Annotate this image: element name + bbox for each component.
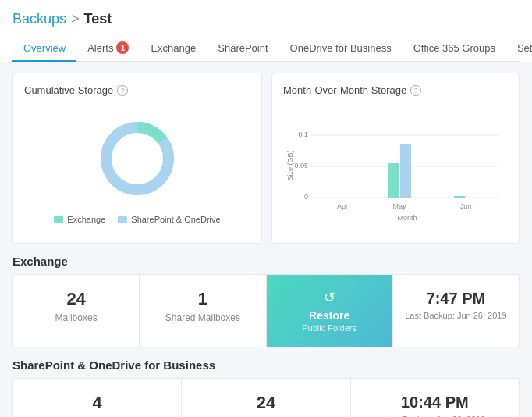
mom-storage-card: Month-Over-Month Storage ? Size (GB) 0 0… <box>271 73 520 244</box>
svg-rect-12 <box>400 144 411 198</box>
tab-exchange[interactable]: Exchange <box>140 36 207 62</box>
page: Backups > Test Overview Alerts 1 Exchang… <box>0 0 532 417</box>
exchange-backup-cell: 7:47 PM Last Backup: Jun 26, 2019 <box>393 275 519 347</box>
svg-text:Apr: Apr <box>337 202 348 210</box>
restore-label: Restore <box>278 309 381 322</box>
breadcrumb-current: Test <box>84 11 112 27</box>
donut-chart <box>90 112 184 205</box>
exchange-section-title: Exchange <box>12 255 520 268</box>
exchange-mailboxes-label: Mailboxes <box>24 312 128 323</box>
breadcrumb-backups[interactable]: Backups <box>12 11 66 27</box>
exchange-backup-time: 7:47 PM <box>404 289 508 308</box>
donut-legend: Exchange SharePoint & OneDrive <box>54 215 220 224</box>
exchange-shared-label: Shared Mailboxes <box>151 312 254 323</box>
header: Backups > Test Overview Alerts 1 Exchang… <box>0 0 532 62</box>
exchange-shared-value: 1 <box>151 289 254 309</box>
exchange-shared-cell: 1 Shared Mailboxes <box>140 275 266 347</box>
tab-sharepoint[interactable]: SharePoint <box>207 36 278 62</box>
exchange-mailboxes-value: 24 <box>24 289 128 309</box>
svg-text:Jun: Jun <box>460 202 472 210</box>
donut-chart-container: Exchange SharePoint & OneDrive <box>24 104 250 232</box>
svg-text:0: 0 <box>304 193 308 201</box>
sharepoint-onedrive-accounts-cell: 24 OneDrive for Business accounts <box>182 379 350 417</box>
tab-settings[interactable]: Settings <box>506 36 532 62</box>
charts-row: Cumulative Storage ? Exchange <box>12 73 520 244</box>
tabs-nav: Overview Alerts 1 Exchange SharePoint On… <box>12 35 520 62</box>
sharepoint-section-title: SharePoint & OneDrive for Business <box>12 358 520 372</box>
legend-sharepoint: SharePoint & OneDrive <box>118 215 220 224</box>
sharepoint-section: SharePoint & OneDrive for Business 4 Col… <box>12 358 520 417</box>
bar-chart-container: Size (GB) 0 0.05 0.1 <box>283 104 508 230</box>
cumulative-storage-title: Cumulative Storage ? <box>24 84 250 96</box>
svg-text:Size (GB): Size (GB) <box>286 150 294 180</box>
tab-onedrive[interactable]: OneDrive for Business <box>279 36 403 62</box>
svg-text:Month: Month <box>397 214 417 222</box>
svg-text:0.1: 0.1 <box>298 130 308 138</box>
tab-office365[interactable]: Office 365 Groups <box>403 36 506 62</box>
cumulative-storage-card: Cumulative Storage ? Exchange <box>12 73 262 244</box>
sharepoint-onedrive-value: 24 <box>193 393 339 413</box>
legend-sharepoint-color <box>118 216 127 223</box>
mom-storage-title: Month-Over-Month Storage ? <box>283 84 508 96</box>
breadcrumb-separator: > <box>71 11 80 27</box>
exchange-backup-label: Last Backup: Jun 26, 2019 <box>404 311 508 320</box>
svg-rect-11 <box>388 163 399 198</box>
exchange-restore-cell[interactable]: ↺ Restore Public Folders <box>267 275 393 347</box>
sharepoint-collections-cell: 4 Collections <box>13 379 182 417</box>
sharepoint-stats-card: 4 Collections 24 OneDrive for Business a… <box>12 378 520 417</box>
sharepoint-backup-cell: 10:44 PM Last Backup: Jun 26, 2019 <box>351 379 519 417</box>
svg-text:May: May <box>392 202 406 210</box>
exchange-stats-card: 24 Mailboxes 1 Shared Mailboxes ↺ Restor… <box>12 274 520 348</box>
mom-info-icon[interactable]: ? <box>410 85 421 96</box>
sharepoint-collections-value: 4 <box>24 393 170 413</box>
breadcrumb: Backups > Test <box>12 11 520 27</box>
main-content: Cumulative Storage ? Exchange <box>0 62 532 417</box>
tab-overview[interactable]: Overview <box>12 36 76 62</box>
exchange-section: Exchange 24 Mailboxes 1 Shared Mailboxes… <box>12 255 520 348</box>
svg-rect-13 <box>454 196 465 198</box>
tab-alerts[interactable]: Alerts 1 <box>76 35 140 62</box>
svg-text:0.05: 0.05 <box>294 162 308 169</box>
restore-sublabel: Public Folders <box>278 323 381 333</box>
legend-exchange: Exchange <box>54 215 105 224</box>
cumulative-info-icon[interactable]: ? <box>117 85 128 96</box>
restore-icon: ↺ <box>278 289 381 306</box>
sharepoint-backup-time: 10:44 PM <box>362 393 508 412</box>
bar-chart: Size (GB) 0 0.05 0.1 <box>283 107 508 224</box>
alerts-badge: 1 <box>116 41 129 54</box>
legend-exchange-color <box>54 216 63 223</box>
exchange-mailboxes-cell: 24 Mailboxes <box>13 275 140 347</box>
